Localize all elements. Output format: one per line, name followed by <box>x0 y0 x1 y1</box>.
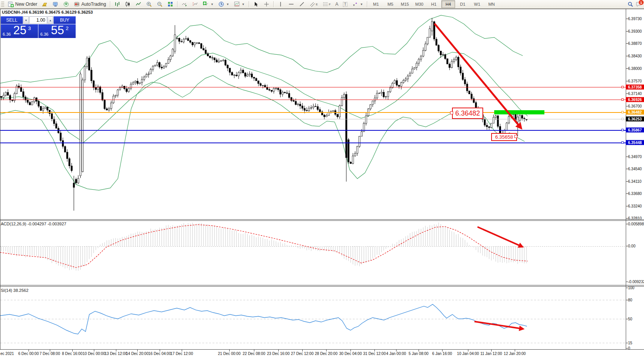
candlestick-chart-button[interactable] <box>122 0 133 8</box>
chart-shift-icon <box>192 1 198 7</box>
notification-badge: 1 <box>638 0 644 5</box>
label-tool-button[interactable]: T <box>341 0 350 8</box>
candlestick-chart-icon <box>125 1 131 7</box>
tile-windows-button[interactable] <box>165 0 176 8</box>
buy-price-prefix: 6.36 <box>40 32 48 36</box>
zoom-out-icon <box>157 1 163 7</box>
main-toolbar: New Order AutoTrading <box>0 0 644 9</box>
periods-caret-icon: ▼ <box>226 3 229 6</box>
new-order-label: New Order <box>15 2 37 7</box>
zoom-in-icon <box>146 1 152 7</box>
search-icon[interactable] <box>627 1 633 7</box>
tab-timeframe-m1[interactable]: M1 <box>369 0 383 8</box>
autotrading-label: AutoTrading <box>81 2 106 7</box>
cursor-tool-button[interactable] <box>251 0 261 8</box>
line-chart-button[interactable] <box>133 0 144 8</box>
new-order-button[interactable]: New Order <box>5 0 40 8</box>
bar-chart-button[interactable] <box>112 0 122 8</box>
channel-icon <box>309 1 316 7</box>
zoom-out-button[interactable] <box>154 0 165 8</box>
auto-scroll-icon <box>181 1 187 7</box>
label-tool-icon: T <box>343 2 347 7</box>
chat-icon[interactable]: 1 <box>636 1 642 7</box>
trendline-tool-button[interactable] <box>297 0 307 8</box>
tab-timeframe-h4[interactable]: H4 <box>441 0 455 8</box>
line-anchor-handle[interactable] <box>622 86 623 88</box>
templates-button[interactable]: ▼ <box>232 0 247 8</box>
tile-windows-icon <box>167 1 173 7</box>
text-tool-icon: A <box>335 2 338 7</box>
trend-arrow-macd[interactable] <box>477 227 521 246</box>
arrows-icon <box>352 1 358 7</box>
timeframe-toolbar: M1M5M15M30H1H4D1W1MN <box>369 0 499 8</box>
tab-timeframe-w1[interactable]: W1 <box>470 0 484 8</box>
sell-price-prefix: 6.36 <box>3 32 11 36</box>
buy-button[interactable]: BUY <box>54 16 76 24</box>
horizontal-line-tool-button[interactable] <box>286 0 297 8</box>
line-anchor-handle[interactable] <box>622 129 623 131</box>
line-chart-icon <box>135 1 141 7</box>
signals-button[interactable] <box>61 0 71 8</box>
tab-timeframe-m15[interactable]: M15 <box>398 0 412 8</box>
auto-scroll-button[interactable] <box>179 0 190 8</box>
vertical-line-icon <box>278 1 284 7</box>
indicators-button[interactable]: ▼ <box>200 0 216 8</box>
fibonacci-tool-button[interactable]: F <box>320 0 333 8</box>
templates-caret-icon: ▼ <box>242 3 245 6</box>
volume-increase-button[interactable]: ▲ <box>48 16 53 24</box>
chart-shift-button[interactable] <box>190 0 200 8</box>
tab-timeframe-mn[interactable]: MN <box>485 0 498 8</box>
tab-timeframe-d1[interactable]: D1 <box>456 0 470 8</box>
horizontal-line-icon <box>288 1 294 7</box>
sell-price-button[interactable]: 6.36 25 3 <box>1 24 38 38</box>
sell-price-pip: 3 <box>28 25 31 31</box>
arrows-caret-icon: ▼ <box>360 3 363 6</box>
new-order-icon <box>8 1 14 7</box>
tab-timeframe-m5[interactable]: M5 <box>384 0 397 8</box>
sell-price-main: 25 <box>13 24 26 37</box>
cursor-icon <box>253 1 259 7</box>
green-zone-rectangle[interactable] <box>494 110 544 114</box>
lower-band-line <box>0 76 525 190</box>
rsi-indicator-label: SI(14) 38.2562 <box>1 288 29 293</box>
line-anchor-handle[interactable] <box>622 99 623 101</box>
autotrading-icon <box>74 1 80 7</box>
zoom-in-button[interactable] <box>144 0 154 8</box>
strategy-tester-button[interactable] <box>50 0 61 8</box>
rsi-line <box>0 304 527 334</box>
gold-bar-icon <box>42 1 48 7</box>
trendline-icon <box>299 1 305 7</box>
indicators-caret-icon: ▼ <box>211 3 214 6</box>
templates-icon <box>234 1 240 7</box>
channel-tool-button[interactable]: E <box>307 0 320 8</box>
trend-arrow-main[interactable] <box>435 24 520 127</box>
buy-price-pip: 2 <box>66 25 68 31</box>
trend-arrowhead-rsi <box>519 326 525 331</box>
chart-canvas[interactable] <box>0 0 644 358</box>
middle-band-line <box>0 52 528 142</box>
line-anchor-handle[interactable] <box>622 142 623 144</box>
line-anchor-handle[interactable] <box>622 111 623 113</box>
crosshair-icon <box>263 1 270 7</box>
periods-clock-icon <box>218 1 224 7</box>
toolbar-grip[interactable] <box>1 2 4 7</box>
upper-band-line <box>0 15 523 83</box>
sell-button[interactable]: SELL <box>1 16 23 24</box>
crosshair-tool-button[interactable] <box>261 0 272 8</box>
autotrading-button[interactable]: AutoTrading <box>71 0 108 8</box>
macd-signal-line <box>0 225 528 268</box>
vertical-line-tool-button[interactable] <box>275 0 286 8</box>
tab-timeframe-h1[interactable]: H1 <box>427 0 441 8</box>
buy-price-button[interactable]: 6.36 55 2 <box>38 24 76 38</box>
periods-button[interactable]: ▼ <box>216 0 232 8</box>
fibonacci-icon <box>322 1 328 7</box>
arrows-tool-button[interactable]: ▼ <box>350 0 365 8</box>
bar-chart-icon <box>114 1 120 7</box>
line-anchor-handle[interactable] <box>622 118 623 120</box>
metaeditor-button[interactable] <box>40 0 50 8</box>
tab-timeframe-m30[interactable]: M30 <box>412 0 426 8</box>
signal-icon <box>63 1 69 7</box>
volume-decrease-button[interactable]: ▼ <box>23 16 29 24</box>
volume-input[interactable] <box>29 16 47 24</box>
text-tool-button[interactable]: A <box>333 0 341 8</box>
